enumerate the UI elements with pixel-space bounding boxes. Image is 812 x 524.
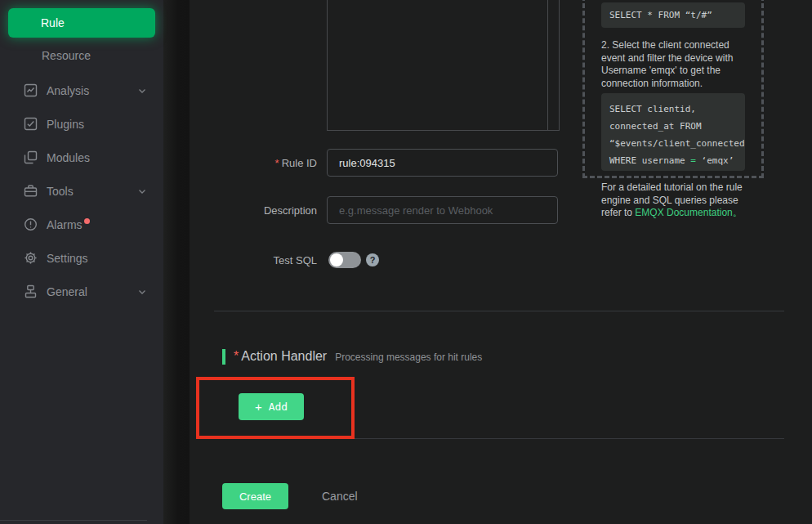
required-asterisk: * <box>275 157 279 169</box>
sidebar-item-modules[interactable]: Modules <box>0 141 163 174</box>
sidebar-item-tools[interactable]: Tools <box>0 174 163 208</box>
sql-statement-editor[interactable] <box>327 0 560 131</box>
editor-scrollbar-track <box>547 0 548 130</box>
sidebar-item-label: Settings <box>47 252 88 265</box>
plus-icon: + <box>255 400 262 414</box>
sidebar-shadow <box>163 0 190 524</box>
sidebar-item-settings[interactable]: Settings <box>0 241 163 275</box>
analysis-icon <box>24 83 38 97</box>
sidebar-bottom-divider <box>0 520 147 521</box>
sql-example-2: SELECT clientid, connected_at FROM “$eve… <box>601 93 745 171</box>
description-input[interactable] <box>327 196 558 224</box>
sidebar-item-label: Alarms <box>47 218 83 231</box>
plugins-icon <box>24 117 38 131</box>
sidebar: Rule Resource Analysis Plugins <box>0 0 163 524</box>
required-asterisk: * <box>234 349 239 363</box>
section-divider-top <box>214 311 784 311</box>
add-action-button[interactable]: + Add <box>239 393 304 420</box>
help-question-icon[interactable]: ? <box>366 253 379 266</box>
modules-icon <box>24 150 38 164</box>
help-tutorial-text: For a detailed tutorial on the rule engi… <box>601 181 752 220</box>
chevron-down-icon <box>137 86 147 96</box>
create-button[interactable]: Create <box>222 483 288 509</box>
description-label: Description <box>229 204 317 217</box>
chevron-down-icon <box>137 287 147 297</box>
sidebar-item-label: Rule <box>41 16 65 29</box>
settings-icon <box>24 251 38 265</box>
alarms-icon <box>24 217 38 231</box>
sql-example-1: SELECT * FROM “t/#” <box>601 2 745 28</box>
rule-id-input[interactable] <box>327 149 558 177</box>
help-step2-text: 2. Select the client connected event and… <box>601 39 752 90</box>
emqx-documentation-link[interactable]: EMQX Documentation <box>635 207 732 218</box>
action-handler-title: *Action Handler <box>234 349 327 364</box>
sidebar-item-label: Resource <box>42 49 91 62</box>
section-accent-bar <box>222 349 225 365</box>
action-handler-header: *Action Handler Processing messages for … <box>222 349 482 365</box>
sidebar-item-rule[interactable]: Rule <box>8 8 155 38</box>
sidebar-item-analysis[interactable]: Analysis <box>0 74 163 107</box>
sidebar-item-general[interactable]: General <box>0 275 163 308</box>
code-line: connected_at FROM <box>609 118 737 135</box>
tools-icon <box>24 184 38 198</box>
sidebar-item-resource[interactable]: Resource <box>0 38 163 74</box>
sidebar-item-label: Plugins <box>47 118 84 131</box>
sidebar-item-label: Analysis <box>47 84 89 97</box>
action-handler-subtitle: Processing messages for hit rules <box>335 352 482 363</box>
cancel-button[interactable]: Cancel <box>317 489 363 504</box>
alarm-badge <box>84 218 90 224</box>
sidebar-item-plugins[interactable]: Plugins <box>0 107 163 141</box>
chevron-down-icon <box>137 186 147 196</box>
sidebar-item-label: Modules <box>47 151 90 164</box>
rule-id-label: *Rule ID <box>229 157 317 169</box>
general-icon <box>24 284 38 298</box>
sidebar-item-alarms[interactable]: Alarms <box>0 208 163 241</box>
code-line: WHERE username = ‘emqx’ <box>609 152 737 169</box>
code-line: “$events/client_connected” <box>609 135 737 152</box>
test-sql-toggle[interactable] <box>328 252 361 268</box>
toggle-knob <box>330 253 343 266</box>
code-line: SELECT clientid, <box>609 101 737 118</box>
sidebar-item-label: Tools <box>47 185 74 198</box>
test-sql-label: Test SQL <box>229 254 317 266</box>
sidebar-item-label: General <box>47 285 87 298</box>
